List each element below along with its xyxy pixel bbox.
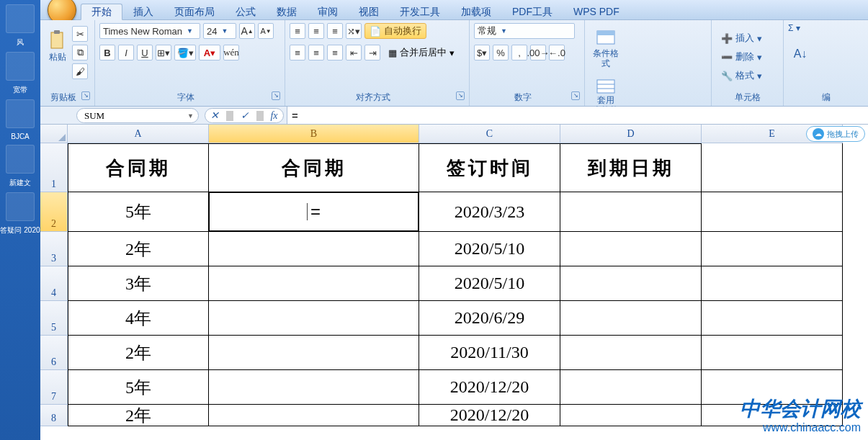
- cell[interactable]: [209, 405, 419, 426]
- dialog-launcher[interactable]: ↘: [81, 91, 90, 100]
- dialog-launcher[interactable]: ↘: [571, 91, 580, 100]
- bold-button[interactable]: B: [99, 45, 115, 60]
- cell[interactable]: [209, 266, 419, 301]
- taskbar-item[interactable]: [6, 4, 35, 33]
- ribbon-tab[interactable]: 加载项: [451, 4, 501, 19]
- format-painter-button[interactable]: 🖌: [72, 63, 88, 79]
- cell[interactable]: 2020/5/10: [419, 232, 560, 266]
- cell[interactable]: 5年: [68, 370, 209, 405]
- ribbon-tab[interactable]: 页面布局: [164, 4, 225, 19]
- insert-cells-button[interactable]: ➕ 插入▾: [716, 30, 779, 46]
- cell[interactable]: [702, 301, 843, 336]
- cut-button[interactable]: ✂: [72, 26, 88, 42]
- cell[interactable]: [560, 370, 702, 405]
- name-box-dropdown[interactable]: ▼: [187, 112, 194, 120]
- cell[interactable]: [702, 232, 843, 266]
- taskbar-item[interactable]: [6, 52, 35, 81]
- merge-center-button[interactable]: ▦合并后居中▾: [383, 45, 460, 60]
- cell[interactable]: [702, 143, 843, 192]
- autosum-button[interactable]: Σ ▾: [788, 23, 800, 33]
- cell[interactable]: 2020/12/20: [419, 370, 560, 405]
- dialog-launcher[interactable]: ↘: [456, 91, 465, 100]
- row-header[interactable]: 1: [40, 143, 68, 192]
- cell[interactable]: 到期日期: [560, 143, 702, 192]
- align-top-button[interactable]: ≡: [290, 23, 305, 39]
- select-all-button[interactable]: [40, 125, 68, 143]
- cell[interactable]: 2年: [68, 232, 209, 266]
- cell[interactable]: 合同期: [209, 143, 419, 192]
- cell[interactable]: [560, 192, 702, 232]
- cell[interactable]: 签订时间: [419, 143, 560, 192]
- taskbar-item[interactable]: [6, 145, 35, 174]
- decrease-decimal-button[interactable]: ←.0: [549, 45, 565, 60]
- row-header[interactable]: 7: [40, 370, 68, 405]
- cell[interactable]: [209, 336, 419, 370]
- ribbon-tab[interactable]: 公式: [225, 4, 266, 19]
- row-header[interactable]: 3: [40, 232, 68, 266]
- taskbar-item[interactable]: [6, 99, 35, 128]
- row-header[interactable]: 5: [40, 301, 68, 336]
- cell[interactable]: [702, 192, 843, 232]
- ribbon-tab[interactable]: PDF工具: [502, 4, 563, 19]
- upload-pill[interactable]: ☁拖拽上传: [806, 126, 865, 142]
- cell[interactable]: 合同期: [68, 143, 209, 192]
- cell[interactable]: 5年: [68, 192, 209, 232]
- italic-button[interactable]: I: [118, 45, 134, 60]
- currency-button[interactable]: $▾: [474, 45, 490, 60]
- font-size-combo[interactable]: 24▼: [203, 23, 236, 39]
- row-header[interactable]: 8: [40, 405, 68, 426]
- column-header[interactable]: C: [419, 125, 560, 143]
- fill-color-button[interactable]: 🪣▾: [174, 45, 196, 60]
- wrap-text-button[interactable]: 📄自动换行: [364, 23, 426, 39]
- row-header[interactable]: 2: [40, 192, 68, 232]
- cell[interactable]: [560, 232, 702, 266]
- number-format-combo[interactable]: 常规▼: [474, 23, 575, 39]
- cell[interactable]: =: [209, 192, 419, 232]
- name-box[interactable]: ▼: [76, 108, 199, 123]
- formula-input[interactable]: =: [287, 107, 868, 124]
- ribbon-tab[interactable]: 数据: [267, 4, 307, 19]
- font-color-button[interactable]: A▾: [199, 45, 220, 60]
- decrease-indent-button[interactable]: ⇤: [346, 45, 362, 60]
- cell[interactable]: [209, 301, 419, 336]
- cell[interactable]: 4年: [68, 301, 209, 336]
- shrink-font-button[interactable]: A▼: [258, 23, 274, 39]
- row-header[interactable]: 4: [40, 266, 68, 301]
- align-center-button[interactable]: ≡: [308, 45, 324, 60]
- orientation-button[interactable]: ⤭▾: [346, 23, 362, 39]
- delete-cells-button[interactable]: ➖ 删除▾: [716, 49, 779, 65]
- ribbon-tab[interactable]: 视图: [349, 4, 389, 19]
- format-cells-button[interactable]: 🔧 格式▾: [716, 68, 779, 84]
- grow-font-button[interactable]: A▲: [239, 23, 255, 39]
- align-left-button[interactable]: ≡: [290, 45, 305, 60]
- ribbon-tab[interactable]: 开发工具: [390, 4, 450, 19]
- cell[interactable]: [209, 370, 419, 405]
- cell-grid[interactable]: 合同期合同期签订时间到期日期5年=2020/3/232年2020/5/103年2…: [68, 143, 868, 440]
- taskbar-item[interactable]: [6, 192, 35, 221]
- cell[interactable]: 2020/12/20: [419, 405, 560, 426]
- cell[interactable]: 2020/3/23: [419, 192, 560, 232]
- cell[interactable]: 2020/6/29: [419, 301, 560, 336]
- cell[interactable]: 2年: [68, 336, 209, 370]
- border-button[interactable]: ⊞▾: [156, 45, 171, 60]
- row-header[interactable]: 6: [40, 336, 68, 370]
- name-box-input[interactable]: [84, 110, 156, 122]
- cancel-edit-button[interactable]: ✕: [207, 109, 223, 122]
- column-header[interactable]: D: [560, 125, 702, 143]
- align-bottom-button[interactable]: ≡: [327, 23, 343, 39]
- cell[interactable]: 2020/11/30: [419, 336, 560, 370]
- cell[interactable]: [560, 301, 702, 336]
- column-header[interactable]: B: [209, 125, 419, 143]
- increase-indent-button[interactable]: ⇥: [364, 45, 380, 60]
- ribbon-tab[interactable]: 开始: [81, 4, 122, 20]
- cell[interactable]: [560, 336, 702, 370]
- percent-button[interactable]: %: [493, 45, 509, 60]
- align-right-button[interactable]: ≡: [327, 45, 343, 60]
- ribbon-tab[interactable]: 审阅: [308, 4, 348, 19]
- font-family-combo[interactable]: Times New Roman▼: [99, 23, 200, 39]
- cell[interactable]: [560, 405, 702, 426]
- phonetic-button[interactable]: wén: [223, 45, 239, 60]
- ribbon-tab[interactable]: 插入: [123, 4, 164, 19]
- copy-button[interactable]: ⧉: [72, 45, 88, 60]
- align-middle-button[interactable]: ≡: [308, 23, 324, 39]
